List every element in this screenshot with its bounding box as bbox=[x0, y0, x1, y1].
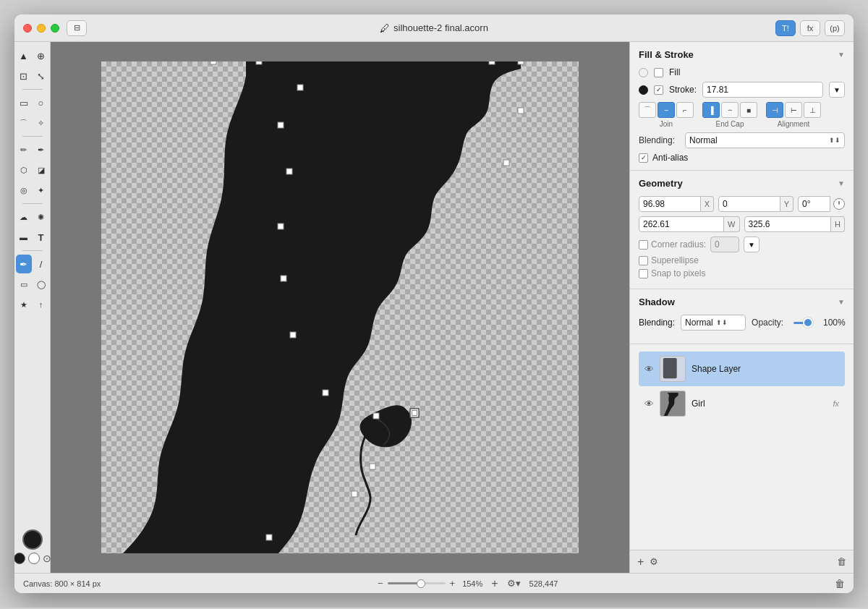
tool-row-6: ⬡ ◪ bbox=[16, 161, 49, 179]
stroke-radio[interactable] bbox=[639, 85, 648, 95]
zoom-in-button[interactable]: + bbox=[450, 578, 456, 589]
anti-alias-checkbox[interactable] bbox=[639, 153, 648, 163]
canvas-container[interactable] bbox=[51, 42, 629, 573]
join-bevel[interactable]: ⌐ bbox=[676, 102, 694, 118]
sun-tool[interactable]: ✺ bbox=[33, 208, 49, 226]
pen-tool[interactable]: ✒ bbox=[16, 255, 32, 273]
mode-black[interactable] bbox=[14, 553, 25, 564]
cloud-tool[interactable]: ☁ bbox=[16, 208, 32, 226]
canvas-info: Canvas: 800 × 814 px bbox=[23, 579, 101, 588]
geometry-title: Geometry bbox=[639, 178, 683, 189]
svg-rect-7 bbox=[323, 390, 328, 396]
svg-rect-5 bbox=[281, 276, 286, 281]
endcap-flat[interactable]: ▐ bbox=[702, 102, 720, 118]
clone-tool[interactable]: ◪ bbox=[33, 161, 49, 179]
y-input[interactable]: 0 bbox=[718, 196, 780, 212]
gradient-tool[interactable]: ▬ bbox=[16, 228, 32, 247]
corner-radius-row: Corner radius: 0 ▼ bbox=[639, 237, 845, 252]
zoom-slider[interactable] bbox=[388, 582, 446, 584]
statusbar: Canvas: 800 × 814 px − + 154% + ⚙▾ 528,4… bbox=[14, 573, 854, 593]
rotate-dial[interactable] bbox=[833, 198, 845, 210]
stroke-checkbox[interactable] bbox=[654, 85, 663, 95]
layer-fx-girl: fx bbox=[833, 399, 839, 408]
ellipse-select-tool[interactable]: ○ bbox=[33, 93, 49, 112]
p-panel-button[interactable]: (p) bbox=[825, 20, 845, 36]
mode-white[interactable] bbox=[28, 553, 40, 564]
circle-shape-tool[interactable]: ◯ bbox=[33, 275, 49, 294]
width-input[interactable]: 262.61 bbox=[639, 216, 724, 232]
shadow-blending-select[interactable]: Normal ⬆⬇ bbox=[681, 315, 746, 331]
foreground-color[interactable] bbox=[22, 529, 43, 550]
smudge-tool[interactable]: ✦ bbox=[33, 181, 49, 200]
layer-visibility-shape[interactable]: 👁 bbox=[644, 364, 654, 375]
settings-button[interactable]: ⚙▾ bbox=[507, 578, 521, 589]
endcap-square[interactable]: ■ bbox=[740, 102, 757, 118]
rotate-input[interactable]: 0° bbox=[798, 196, 830, 212]
align-center[interactable]: ⊢ bbox=[785, 102, 802, 118]
trash-button[interactable]: 🗑 bbox=[835, 578, 845, 589]
rect-shape-tool[interactable]: ▭ bbox=[16, 275, 32, 294]
layer-item-girl[interactable]: 👁 Girl fx bbox=[639, 386, 845, 421]
minimize-button[interactable] bbox=[37, 24, 46, 33]
join-round[interactable]: ⌣ bbox=[658, 102, 675, 118]
endcap-round[interactable]: ⌢ bbox=[721, 102, 739, 118]
fx-panel-button[interactable]: fx bbox=[800, 20, 820, 36]
svg-rect-8 bbox=[373, 413, 379, 419]
stroke-dropdown[interactable]: ▼ bbox=[829, 82, 845, 98]
document-icon: 🖊 bbox=[380, 22, 390, 34]
layer-visibility-girl[interactable]: 👁 bbox=[644, 399, 654, 409]
loupe-tool[interactable]: ⊙ bbox=[43, 553, 51, 564]
height-input[interactable]: 325.6 bbox=[744, 216, 832, 232]
corner-radius-checkbox[interactable] bbox=[639, 240, 648, 250]
transform-tool[interactable]: ⤡ bbox=[33, 67, 49, 85]
close-button[interactable] bbox=[23, 24, 32, 33]
opacity-slider[interactable] bbox=[793, 322, 813, 324]
corner-radius-dropdown[interactable]: ▼ bbox=[744, 237, 760, 252]
superellipse-checkbox[interactable] bbox=[639, 256, 648, 265]
maximize-button[interactable] bbox=[51, 24, 59, 33]
arrow-tool[interactable]: ↑ bbox=[33, 295, 49, 314]
endcap-group: ▐ ⌢ ■ End Cap bbox=[702, 102, 757, 128]
marquee-tool[interactable]: ▭ bbox=[16, 93, 32, 112]
zoom-controls: − + 154% bbox=[378, 578, 482, 589]
sidebar-toggle-button[interactable]: ⊟ bbox=[67, 20, 87, 36]
fill-checkbox[interactable] bbox=[654, 68, 663, 77]
fill-stroke-header: Fill & Stroke ▼ bbox=[639, 49, 845, 60]
select-tool[interactable]: ▲ bbox=[16, 46, 32, 65]
tools-panel-button[interactable]: T! bbox=[775, 20, 796, 36]
shadow-collapse[interactable]: ▼ bbox=[838, 298, 845, 306]
stroke-value-input[interactable]: 17.81 bbox=[702, 82, 823, 98]
fill-radio[interactable] bbox=[639, 68, 648, 77]
blending-select[interactable]: Normal ⬆⬇ bbox=[685, 132, 845, 148]
layer-settings-button[interactable]: ⚙ bbox=[650, 556, 658, 567]
geometry-collapse[interactable]: ▼ bbox=[838, 179, 845, 187]
star-tool[interactable]: ★ bbox=[16, 295, 32, 314]
svg-rect-11 bbox=[352, 491, 357, 497]
superellipse-group: Superellipse bbox=[639, 255, 699, 265]
pencil-tool[interactable]: ✒ bbox=[33, 140, 49, 159]
x-input[interactable]: 96.98 bbox=[639, 196, 701, 212]
lasso-tool[interactable]: ⌒ bbox=[16, 114, 32, 132]
text-tool[interactable]: T bbox=[33, 228, 49, 247]
blur-tool[interactable]: ◎ bbox=[16, 181, 32, 200]
join-miter[interactable]: ⌒ bbox=[639, 102, 656, 118]
snap-checkbox[interactable] bbox=[639, 269, 648, 278]
brush-tool[interactable]: ✏ bbox=[16, 140, 32, 159]
line-tool[interactable]: / bbox=[33, 255, 49, 273]
add-item-button[interactable]: + bbox=[491, 577, 498, 590]
align-inside[interactable]: ⊣ bbox=[766, 102, 783, 118]
fill-stroke-collapse[interactable]: ▼ bbox=[838, 51, 845, 59]
crop-tool[interactable]: ⊡ bbox=[16, 67, 32, 85]
zoom-tool[interactable]: ⊕ bbox=[33, 46, 49, 65]
paint-bucket-tool[interactable]: ⬡ bbox=[16, 161, 32, 179]
magic-wand-tool[interactable]: ✧ bbox=[33, 114, 49, 132]
anti-alias-label: Anti-alias bbox=[652, 153, 688, 163]
height-label: H bbox=[831, 216, 845, 232]
delete-layer-button[interactable]: 🗑 bbox=[837, 556, 846, 567]
layer-item-shape[interactable]: 👁 Shape Layer bbox=[639, 352, 845, 386]
add-layer-button[interactable]: + bbox=[637, 555, 644, 568]
zoom-out-button[interactable]: − bbox=[378, 578, 383, 589]
svg-rect-10 bbox=[370, 464, 375, 469]
align-outside[interactable]: ⊥ bbox=[804, 102, 821, 118]
corner-radius-input[interactable]: 0 bbox=[710, 237, 739, 252]
